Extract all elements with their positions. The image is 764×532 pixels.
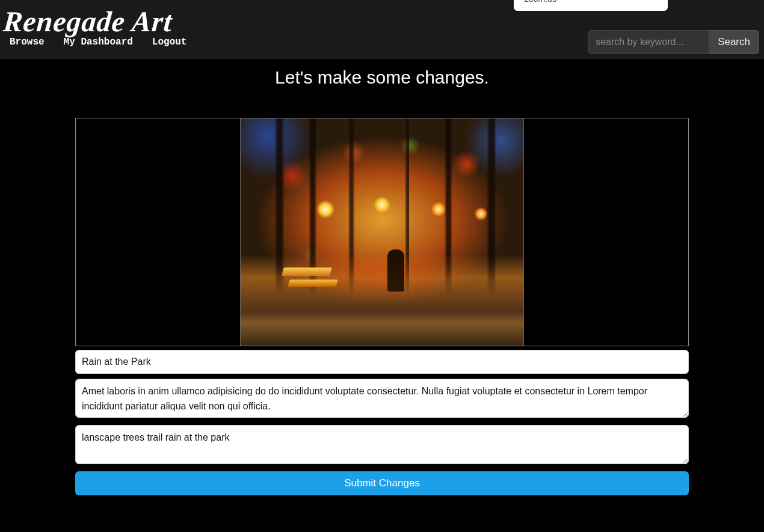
- nav-browse[interactable]: Browse: [10, 37, 45, 47]
- title-input[interactable]: [75, 350, 689, 374]
- search-group: Search: [588, 30, 759, 54]
- figure-shape: [387, 249, 404, 292]
- search-button[interactable]: Search: [709, 30, 759, 54]
- artwork-image: [240, 118, 524, 346]
- top-system-box: zoom.us: [514, 0, 668, 11]
- header: Renegade Art zoom.us Browse My Dashboard…: [0, 0, 764, 59]
- bench-shape: [283, 268, 337, 298]
- submit-changes-button[interactable]: Submit Changes: [75, 471, 689, 495]
- search-input[interactable]: [588, 30, 709, 54]
- nav-my-dashboard[interactable]: My Dashboard: [64, 37, 133, 47]
- top-system-text: zoom.us: [525, 0, 556, 4]
- tags-textarea[interactable]: [75, 425, 689, 464]
- description-textarea[interactable]: [75, 379, 689, 418]
- artwork-preview-box: [75, 118, 689, 346]
- logo[interactable]: Renegade Art: [0, 0, 178, 38]
- page-title: Let's make some changes.: [0, 59, 764, 118]
- edit-form: Submit Changes: [75, 118, 689, 495]
- nav-logout[interactable]: Logout: [152, 37, 187, 47]
